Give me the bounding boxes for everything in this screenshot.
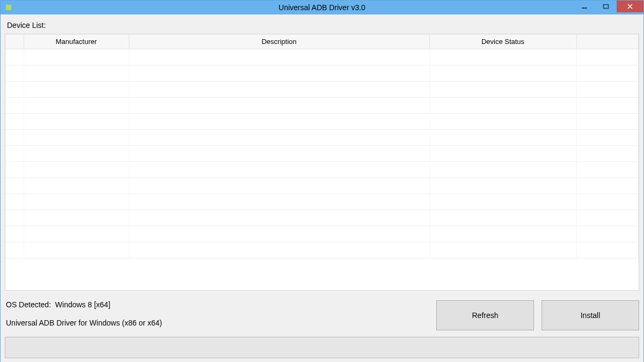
table-row[interactable] (5, 210, 639, 226)
maximize-icon (603, 3, 609, 10)
client-area: Device List: Manufacturer Des (1, 14, 643, 362)
device-list-label: Device List: (7, 21, 636, 29)
titlebar[interactable]: Universal ADB Driver v3.0 (1, 1, 643, 14)
install-button[interactable]: Install (541, 300, 639, 330)
os-detected-label: OS Detected: (6, 300, 51, 309)
table-row[interactable] (5, 49, 639, 65)
window-title: Universal ADB Driver v3.0 (1, 3, 643, 12)
table-row[interactable] (5, 65, 639, 82)
bottom-panel: OS Detected: Windows 8 [x64] Universal A… (5, 291, 639, 330)
close-button[interactable] (617, 1, 643, 12)
minimize-icon (581, 3, 588, 10)
svg-rect-1 (604, 5, 609, 9)
table-row[interactable] (5, 82, 639, 98)
refresh-button[interactable]: Refresh (436, 300, 534, 330)
table-row[interactable] (5, 98, 639, 114)
device-table-container: Manufacturer Description Device Status (5, 34, 639, 291)
os-detected-line: OS Detected: Windows 8 [x64] (6, 300, 436, 309)
app-window: Universal ADB Driver v3.0 Devic (0, 0, 644, 362)
col-header-blank-right[interactable] (576, 34, 639, 49)
table-row[interactable] (5, 130, 639, 146)
col-header-blank-left[interactable] (5, 34, 24, 49)
minimize-button[interactable] (574, 1, 595, 12)
progress-bar (5, 337, 639, 358)
table-row[interactable] (5, 242, 639, 258)
table-row[interactable] (5, 162, 639, 178)
col-header-status[interactable]: Device Status (429, 34, 576, 49)
os-detected-value: Windows 8 [x64] (55, 300, 111, 309)
device-table[interactable]: Manufacturer Description Device Status (5, 34, 639, 258)
table-row[interactable] (5, 226, 639, 242)
action-buttons: Refresh Install (436, 300, 639, 330)
table-row[interactable] (5, 114, 639, 130)
maximize-button[interactable] (595, 1, 617, 12)
main-panel: Device List: Manufacturer Des (5, 19, 639, 358)
table-body (5, 49, 639, 258)
table-row[interactable] (5, 146, 639, 162)
col-header-description[interactable]: Description (129, 34, 429, 49)
col-header-manufacturer[interactable]: Manufacturer (24, 34, 129, 49)
driver-description: Universal ADB Driver for Windows (x86 or… (6, 319, 436, 327)
app-icon (6, 5, 11, 10)
table-header-row: Manufacturer Description Device Status (5, 34, 639, 49)
status-text-group: OS Detected: Windows 8 [x64] Universal A… (5, 300, 436, 330)
table-row[interactable] (5, 194, 639, 210)
window-controls (574, 1, 643, 12)
close-icon (627, 3, 633, 10)
table-row[interactable] (5, 178, 639, 194)
